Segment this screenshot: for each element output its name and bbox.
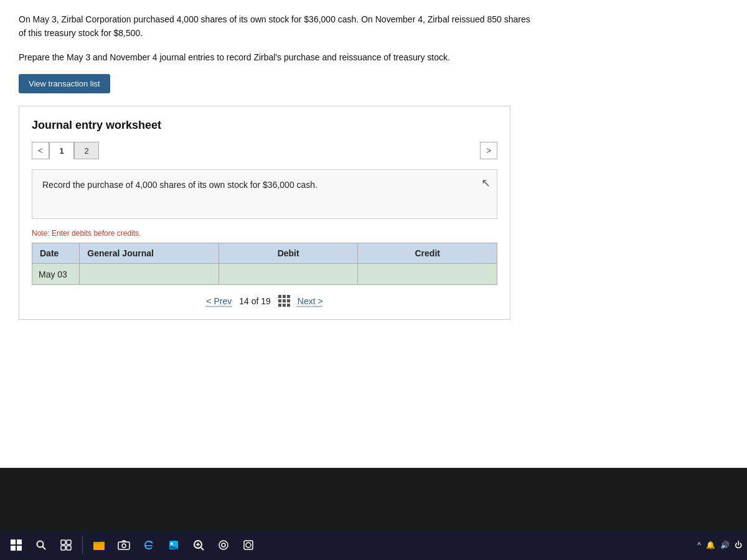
worksheet-container: Journal entry worksheet < 1 2 > Record t… bbox=[19, 106, 510, 320]
svg-point-15 bbox=[219, 541, 228, 549]
taskbar-up-arrow: ^ bbox=[697, 541, 701, 549]
tab-2[interactable]: 2 bbox=[74, 142, 99, 159]
date-cell: May 03 bbox=[32, 264, 80, 285]
file-explorer-icon[interactable] bbox=[88, 534, 110, 556]
table-row: May 03 bbox=[32, 264, 497, 285]
taskbar-volume: 🔊 bbox=[720, 541, 730, 549]
security-icon[interactable] bbox=[237, 534, 260, 556]
svg-point-8 bbox=[122, 544, 126, 548]
instruction-text: Record the purchase of 4,000 shares of i… bbox=[42, 180, 317, 190]
svg-rect-4 bbox=[61, 546, 65, 550]
camera-icon[interactable] bbox=[113, 534, 135, 556]
taskbar-separator bbox=[82, 536, 83, 554]
edge-icon[interactable] bbox=[138, 534, 160, 556]
col-header-journal: General Journal bbox=[80, 243, 219, 264]
credit-input[interactable] bbox=[364, 269, 491, 279]
svg-rect-2 bbox=[61, 540, 65, 544]
svg-point-16 bbox=[222, 543, 225, 547]
col-header-date: Date bbox=[32, 243, 80, 264]
windows-logo-icon bbox=[11, 539, 22, 551]
journal-table: Date General Journal Debit Credit May 03 bbox=[32, 243, 497, 285]
debit-input[interactable] bbox=[225, 269, 352, 279]
svg-line-12 bbox=[201, 548, 204, 550]
svg-rect-3 bbox=[67, 540, 71, 544]
grid-icon bbox=[278, 295, 290, 307]
svg-point-10 bbox=[171, 543, 173, 545]
taskbar-right: ^ 🔔 🔊 ⏻ bbox=[697, 541, 742, 549]
note-text: Note: Enter debits before credits. bbox=[32, 229, 497, 238]
svg-line-1 bbox=[43, 547, 46, 550]
svg-rect-17 bbox=[244, 541, 253, 549]
view-transaction-button[interactable]: View transaction list bbox=[19, 74, 110, 93]
current-page: 14 bbox=[239, 296, 249, 306]
windows-start-button[interactable] bbox=[5, 534, 27, 556]
tab-1[interactable]: 1 bbox=[49, 142, 74, 159]
search-taskbar-icon[interactable] bbox=[30, 534, 52, 556]
photos-icon[interactable] bbox=[162, 534, 185, 556]
journal-cell[interactable] bbox=[80, 264, 219, 285]
of-label: of bbox=[251, 296, 261, 306]
page-info: 14 of 19 bbox=[239, 296, 271, 306]
total-pages: 19 bbox=[261, 296, 271, 306]
magnifier-icon[interactable] bbox=[187, 534, 210, 556]
col-header-credit: Credit bbox=[358, 243, 497, 264]
journal-input[interactable] bbox=[86, 269, 212, 279]
pagination-row: Prev 14 of 19 Next bbox=[32, 295, 497, 307]
dark-bottom-panel bbox=[0, 468, 747, 530]
prev-button[interactable]: Prev bbox=[206, 296, 232, 306]
worksheet-title: Journal entry worksheet bbox=[32, 119, 497, 132]
date-value: May 03 bbox=[39, 269, 67, 279]
next-button[interactable]: Next bbox=[298, 296, 323, 306]
svg-point-0 bbox=[37, 541, 44, 548]
main-content: On May 3, Zirbal Corporation purchased 4… bbox=[0, 0, 747, 467]
svg-point-18 bbox=[246, 543, 251, 548]
debit-cell[interactable] bbox=[218, 264, 358, 285]
tab-prev-arrow[interactable]: < bbox=[32, 142, 49, 159]
instruction-box: Record the purchase of 4,000 shares of i… bbox=[32, 169, 497, 219]
taskbar: ^ 🔔 🔊 ⏻ bbox=[0, 530, 747, 560]
settings-icon[interactable] bbox=[212, 534, 235, 556]
svg-rect-5 bbox=[67, 546, 71, 550]
tab-next-arrow[interactable]: > bbox=[480, 142, 497, 159]
cursor-icon: ↖ bbox=[481, 176, 491, 190]
problem-text-line1: On May 3, Zirbal Corporation purchased 4… bbox=[19, 12, 728, 40]
credit-cell[interactable] bbox=[358, 264, 497, 285]
col-header-debit: Debit bbox=[218, 243, 358, 264]
tab-navigation: < 1 2 > bbox=[32, 142, 497, 159]
taskview-icon[interactable] bbox=[55, 534, 77, 556]
taskbar-power: ⏻ bbox=[735, 541, 742, 549]
problem-text-line3: Prepare the May 3 and November 4 journal… bbox=[19, 50, 728, 64]
taskbar-notification: 🔔 bbox=[706, 541, 715, 549]
svg-rect-7 bbox=[118, 542, 129, 549]
